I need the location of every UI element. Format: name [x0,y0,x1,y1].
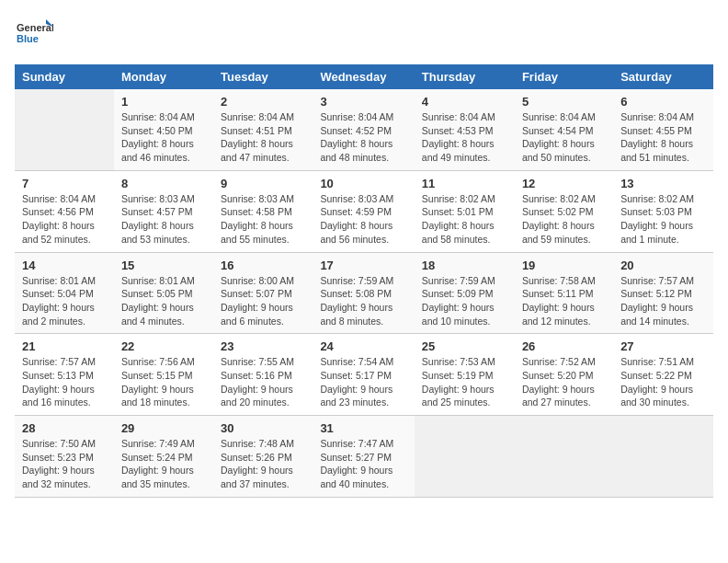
day-number: 31 [320,421,406,435]
day-number: 3 [320,95,406,109]
calendar-cell: 6Sunrise: 8:04 AMSunset: 4:55 PMDaylight… [613,89,713,170]
header-wednesday: Wednesday [313,64,414,89]
day-number: 1 [121,95,206,109]
day-number: 18 [422,259,507,272]
calendar-cell: 30Sunrise: 7:48 AMSunset: 5:26 PMDayligh… [213,416,313,498]
day-info: Sunrise: 7:49 AMSunset: 5:24 PMDaylight:… [121,437,206,491]
calendar-cell: 22Sunrise: 7:56 AMSunset: 5:15 PMDayligh… [114,334,213,416]
day-number: 10 [320,177,406,190]
day-number: 13 [620,177,706,190]
day-number: 25 [422,339,507,353]
day-info: Sunrise: 7:51 AMSunset: 5:22 PMDaylight:… [620,355,706,409]
calendar-cell: 27Sunrise: 7:51 AMSunset: 5:22 PMDayligh… [613,334,713,416]
calendar-table: SundayMondayTuesdayWednesdayThursdayFrid… [15,64,713,498]
day-number: 5 [522,95,606,109]
day-number: 12 [522,177,606,190]
header-thursday: Thursday [415,64,515,89]
day-number: 28 [22,421,107,435]
day-info: Sunrise: 8:00 AMSunset: 5:07 PMDaylight:… [221,274,305,328]
day-number: 16 [221,259,305,272]
calendar-cell: 2Sunrise: 8:04 AMSunset: 4:51 PMDaylight… [213,89,313,170]
day-number: 26 [522,339,606,353]
calendar-cell: 19Sunrise: 7:58 AMSunset: 5:11 PMDayligh… [515,252,613,334]
day-number: 2 [221,95,305,109]
calendar-cell: 16Sunrise: 8:00 AMSunset: 5:07 PMDayligh… [213,252,313,334]
header-row: SundayMondayTuesdayWednesdayThursdayFrid… [15,64,713,89]
day-info: Sunrise: 7:47 AMSunset: 5:27 PMDaylight:… [320,437,406,491]
day-info: Sunrise: 7:54 AMSunset: 5:17 PMDaylight:… [320,355,406,409]
header-tuesday: Tuesday [213,64,313,89]
calendar-cell: 8Sunrise: 8:03 AMSunset: 4:57 PMDaylight… [114,170,213,252]
day-number: 6 [620,95,706,109]
day-number: 8 [121,177,206,190]
day-info: Sunrise: 8:03 AMSunset: 4:59 PMDaylight:… [320,192,406,247]
day-info: Sunrise: 8:04 AMSunset: 4:53 PMDaylight:… [422,110,507,165]
day-info: Sunrise: 8:03 AMSunset: 4:57 PMDaylight:… [121,192,206,247]
day-number: 23 [221,339,305,353]
day-info: Sunrise: 8:03 AMSunset: 4:58 PMDaylight:… [221,192,305,247]
calendar-cell: 17Sunrise: 7:59 AMSunset: 5:08 PMDayligh… [313,252,414,334]
calendar-cell: 25Sunrise: 7:53 AMSunset: 5:19 PMDayligh… [415,334,515,416]
calendar-cell: 21Sunrise: 7:57 AMSunset: 5:13 PMDayligh… [15,334,114,416]
day-info: Sunrise: 8:02 AMSunset: 5:01 PMDaylight:… [422,192,507,247]
day-number: 4 [422,95,507,109]
week-row-3: 14Sunrise: 8:01 AMSunset: 5:04 PMDayligh… [15,252,713,334]
calendar-cell: 20Sunrise: 7:57 AMSunset: 5:12 PMDayligh… [613,252,713,334]
day-info: Sunrise: 8:04 AMSunset: 4:54 PMDaylight:… [522,110,606,165]
day-info: Sunrise: 7:58 AMSunset: 5:11 PMDaylight:… [522,274,606,328]
day-number: 21 [22,339,107,353]
header-friday: Friday [515,64,613,89]
page-header: General Blue [15,15,713,53]
day-number: 11 [422,177,507,190]
calendar-cell: 31Sunrise: 7:47 AMSunset: 5:27 PMDayligh… [313,416,414,498]
day-info: Sunrise: 8:02 AMSunset: 5:03 PMDaylight:… [620,192,706,247]
calendar-cell: 24Sunrise: 7:54 AMSunset: 5:17 PMDayligh… [313,334,414,416]
calendar-cell [613,416,713,498]
calendar-cell: 7Sunrise: 8:04 AMSunset: 4:56 PMDaylight… [15,170,114,252]
calendar-cell: 15Sunrise: 8:01 AMSunset: 5:05 PMDayligh… [114,252,213,334]
calendar-cell: 5Sunrise: 8:04 AMSunset: 4:54 PMDaylight… [515,89,613,170]
day-number: 20 [620,259,706,272]
day-number: 29 [121,421,206,435]
calendar-cell: 4Sunrise: 8:04 AMSunset: 4:53 PMDaylight… [415,89,515,170]
calendar-cell: 1Sunrise: 8:04 AMSunset: 4:50 PMDaylight… [114,89,213,170]
day-number: 30 [221,421,305,435]
day-info: Sunrise: 8:04 AMSunset: 4:55 PMDaylight:… [620,110,706,165]
calendar-cell [415,416,515,498]
calendar-cell: 12Sunrise: 8:02 AMSunset: 5:02 PMDayligh… [515,170,613,252]
day-number: 19 [522,259,606,272]
svg-text:Blue: Blue [17,33,39,44]
day-number: 7 [22,177,107,190]
day-info: Sunrise: 7:57 AMSunset: 5:12 PMDaylight:… [620,274,706,328]
header-sunday: Sunday [15,64,114,89]
day-info: Sunrise: 8:02 AMSunset: 5:02 PMDaylight:… [522,192,606,247]
day-info: Sunrise: 8:01 AMSunset: 5:05 PMDaylight:… [121,274,206,328]
calendar-cell: 14Sunrise: 8:01 AMSunset: 5:04 PMDayligh… [15,252,114,334]
week-row-4: 21Sunrise: 7:57 AMSunset: 5:13 PMDayligh… [15,334,713,416]
calendar-cell: 9Sunrise: 8:03 AMSunset: 4:58 PMDaylight… [213,170,313,252]
week-row-2: 7Sunrise: 8:04 AMSunset: 4:56 PMDaylight… [15,170,713,252]
day-info: Sunrise: 7:57 AMSunset: 5:13 PMDaylight:… [22,355,107,409]
calendar-cell: 10Sunrise: 8:03 AMSunset: 4:59 PMDayligh… [313,170,414,252]
day-info: Sunrise: 7:52 AMSunset: 5:20 PMDaylight:… [522,355,606,409]
calendar-cell: 13Sunrise: 8:02 AMSunset: 5:03 PMDayligh… [613,170,713,252]
day-number: 22 [121,339,206,353]
day-info: Sunrise: 8:04 AMSunset: 4:50 PMDaylight:… [121,110,206,165]
day-number: 9 [221,177,305,190]
day-info: Sunrise: 8:04 AMSunset: 4:52 PMDaylight:… [320,110,406,165]
day-number: 17 [320,259,406,272]
calendar-cell: 23Sunrise: 7:55 AMSunset: 5:16 PMDayligh… [213,334,313,416]
calendar-cell [15,89,114,170]
day-info: Sunrise: 7:53 AMSunset: 5:19 PMDaylight:… [422,355,507,409]
day-number: 27 [620,339,706,353]
calendar-cell: 28Sunrise: 7:50 AMSunset: 5:23 PMDayligh… [15,416,114,498]
calendar-cell: 18Sunrise: 7:59 AMSunset: 5:09 PMDayligh… [415,252,515,334]
day-info: Sunrise: 7:50 AMSunset: 5:23 PMDaylight:… [22,437,107,491]
calendar-cell: 26Sunrise: 7:52 AMSunset: 5:20 PMDayligh… [515,334,613,416]
calendar-cell: 3Sunrise: 8:04 AMSunset: 4:52 PMDaylight… [313,89,414,170]
day-info: Sunrise: 8:01 AMSunset: 5:04 PMDaylight:… [22,274,107,328]
day-info: Sunrise: 7:48 AMSunset: 5:26 PMDaylight:… [221,437,305,491]
calendar-cell: 29Sunrise: 7:49 AMSunset: 5:24 PMDayligh… [114,416,213,498]
header-saturday: Saturday [613,64,713,89]
day-number: 14 [22,259,107,272]
